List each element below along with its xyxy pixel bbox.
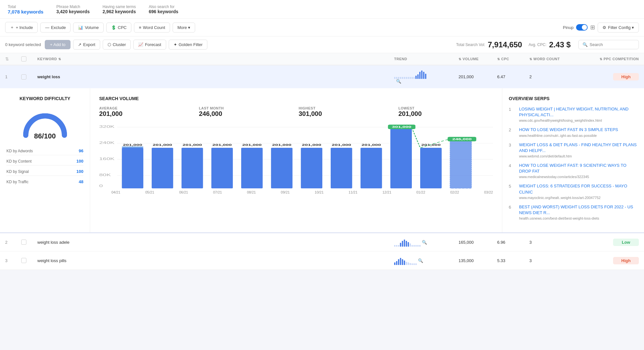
row-2-wordcount: 3	[529, 240, 581, 245]
svg-rect-9	[122, 148, 143, 188]
kd-stat-traffic: KD by Traffic 48	[6, 178, 83, 186]
more-button[interactable]: More ▾	[173, 23, 195, 33]
stat-phrase: Phrase Match 3,420 keywords	[56, 5, 90, 14]
col-trend-header[interactable]: TREND	[394, 57, 459, 61]
table-row-3[interactable]: 3 weight loss pills 🔍 135,000 5.33 3 Hig…	[0, 251, 644, 270]
kd-stat-signal-label: KD by Signal	[6, 169, 29, 174]
cluster-button[interactable]: ⬡ Cluster	[103, 40, 131, 50]
stat-total-label: Total	[8, 5, 43, 9]
pinup-toggle[interactable]	[576, 24, 588, 31]
row-2-competition: Low	[581, 239, 639, 246]
serp-item-6: 6 BEST (AND WORST) WEIGHT LOSS DIETS FOR…	[509, 204, 638, 220]
row-2-checkbox[interactable]	[21, 240, 26, 245]
svg-text:201,000: 201,000	[272, 143, 291, 147]
forecast-button[interactable]: 📈 Forecast	[133, 40, 166, 50]
serp-4-title[interactable]: HOW TO LOSE WEIGHT FAST: 9 SCIENTIFIC WA…	[519, 163, 638, 174]
export-button[interactable]: ↗ Export	[73, 40, 100, 50]
kd-stat-signal-value: 100	[76, 169, 83, 174]
table-row[interactable]: 1 weight loss 🔍 201,000 6.47 2 High	[0, 65, 644, 88]
filter-config-button[interactable]: ⚙ Filter Config ▾	[598, 23, 639, 33]
svg-rect-18	[241, 148, 263, 188]
col-keyword-header[interactable]: KEYWORD ⇅	[37, 57, 394, 61]
kd-panel: KEYWORD DIFFICULTY 86/100 KD by Adwords …	[0, 88, 90, 232]
serp-6-title[interactable]: BEST (AND WORST) WEIGHT LOSS DIETS FOR 2…	[519, 204, 638, 216]
serp-3-title[interactable]: WEIGHT LOSS & DIET PLANS - FIND HEALTHY …	[519, 142, 638, 154]
sv-lastmonth: LAST MONTH 246,000	[199, 106, 294, 118]
row-2-num: 2	[5, 240, 21, 245]
serp-1-title[interactable]: LOSING WEIGHT | HEALTHY WEIGHT, NUTRITIO…	[519, 106, 638, 118]
serp-5-title[interactable]: WEIGHT LOSS: 6 STRATEGIES FOR SUCCESS - …	[519, 183, 638, 195]
svg-text:240K: 240K	[99, 141, 115, 145]
table-row-2[interactable]: 2 weight loss adele 🔍 165,000 6.96 3 Low	[0, 233, 644, 251]
serp-2-title[interactable]: HOW TO LOSE WEIGHT FAST IN 3 SIMPLE STEP…	[519, 127, 638, 133]
row-3-checkbox[interactable]	[21, 258, 26, 263]
col-sort-icon[interactable]: ⇅	[5, 56, 21, 61]
row-1-search-zoom[interactable]: 🔍	[396, 79, 401, 84]
row-2-competition-badge: Low	[613, 239, 639, 246]
add-to-button[interactable]: + Add to	[45, 40, 71, 49]
svg-text:80K: 80K	[99, 173, 111, 177]
svg-text:201,000: 201,000	[183, 143, 202, 147]
svg-rect-35	[450, 139, 472, 188]
word-count-button[interactable]: ≡ Word Count	[134, 23, 170, 33]
top-stats-bar: Total 7,078 keywords Phrase Match 3,420 …	[0, 0, 644, 19]
row-1-volume: 201,000	[459, 74, 497, 79]
row-1-competition-badge: High	[613, 73, 639, 80]
toolbar: ＋ + Include — Exclude 📊 Volume 💲 CPC ≡ W…	[0, 19, 644, 36]
svg-text:201,000: 201,000	[123, 143, 142, 147]
cpc-button[interactable]: 💲 CPC	[106, 23, 131, 33]
row-3-cpc: 5.33	[497, 258, 529, 263]
row-1-trend: 🔍	[394, 70, 459, 84]
search-icon: 🔍	[582, 42, 588, 47]
svg-text:246,000: 246,000	[452, 137, 472, 141]
serp-1-url: www.cdc.gov/healthyweight/losing_weight/…	[519, 118, 638, 122]
svg-rect-20	[271, 148, 293, 188]
row-2-search-zoom[interactable]: 🔍	[422, 240, 427, 245]
kd-stat-adwords-value: 96	[79, 148, 83, 153]
bar-chart-svg: 320K 240K 160K 80K 0 201,000	[99, 124, 493, 188]
row-3-competition: High	[581, 257, 639, 264]
exclude-button[interactable]: — Exclude	[40, 23, 71, 33]
kd-stat-adwords: KD by Adwords 96	[6, 147, 83, 155]
total-search-vol-value: 7,914,650	[488, 40, 522, 49]
stat-phrase-label: Phrase Match	[56, 5, 90, 9]
svg-rect-28	[390, 128, 412, 188]
col-wordcount-header[interactable]: ⇅WORD COUNT	[529, 57, 581, 61]
golden-filter-button[interactable]: ✦ Golden Filter	[169, 40, 207, 50]
stat-total: Total 7,078 keywords	[8, 5, 43, 14]
row-3-num: 3	[5, 258, 21, 263]
kd-stat-signal: KD by Signal 100	[6, 167, 83, 176]
row-1-keyword: weight loss	[37, 74, 394, 79]
svg-text:201,000: 201,000	[362, 143, 381, 147]
svg-rect-16	[211, 148, 233, 188]
kd-stat-content-label: KD by Content	[6, 159, 32, 164]
search-box: 🔍	[578, 40, 639, 49]
select-all-checkbox[interactable]	[21, 56, 26, 61]
include-button[interactable]: ＋ + Include	[5, 22, 38, 33]
col-volume-header[interactable]: ⇅VOLUME	[459, 57, 497, 61]
kd-stats: KD by Adwords 96 KD by Content 100 KD by…	[6, 147, 83, 186]
row-3-search-zoom[interactable]: 🔍	[418, 258, 423, 263]
row-1-checkbox[interactable]	[21, 74, 26, 80]
stat-same-term-value: 2,962 keywords	[102, 9, 136, 14]
row-1-num: 1	[5, 74, 21, 79]
serp-1-num: 1	[509, 106, 516, 122]
volume-button[interactable]: 📊 Volume	[73, 23, 103, 33]
stat-total-value[interactable]: 7,078 keywords	[8, 9, 43, 14]
word-count-icon: ≡	[139, 25, 141, 30]
svg-text:201,000: 201,000	[332, 143, 351, 147]
svg-rect-12	[152, 148, 173, 188]
sv-average-label: AVERAGE	[99, 106, 194, 110]
total-search-vol-label: Total Search Vol:	[456, 43, 485, 47]
svg-text:320K: 320K	[99, 125, 115, 128]
grid-view-icon[interactable]: ⊞	[590, 24, 595, 31]
svg-text:201,000: 201,000	[302, 143, 321, 147]
search-input[interactable]	[590, 42, 635, 47]
svg-rect-33	[420, 148, 442, 188]
sv-title: SEARCH VOLUME	[99, 96, 493, 101]
kd-stat-content: KD by Content 100	[6, 157, 83, 166]
stat-also-search-value: 696 keywords	[149, 9, 178, 14]
col-cpc-header[interactable]: ⇅CPC	[497, 57, 529, 61]
col-ppc-header[interactable]: ⇅PPC COMPETITION	[581, 57, 639, 61]
kd-stat-traffic-label: KD by Traffic	[6, 180, 28, 184]
